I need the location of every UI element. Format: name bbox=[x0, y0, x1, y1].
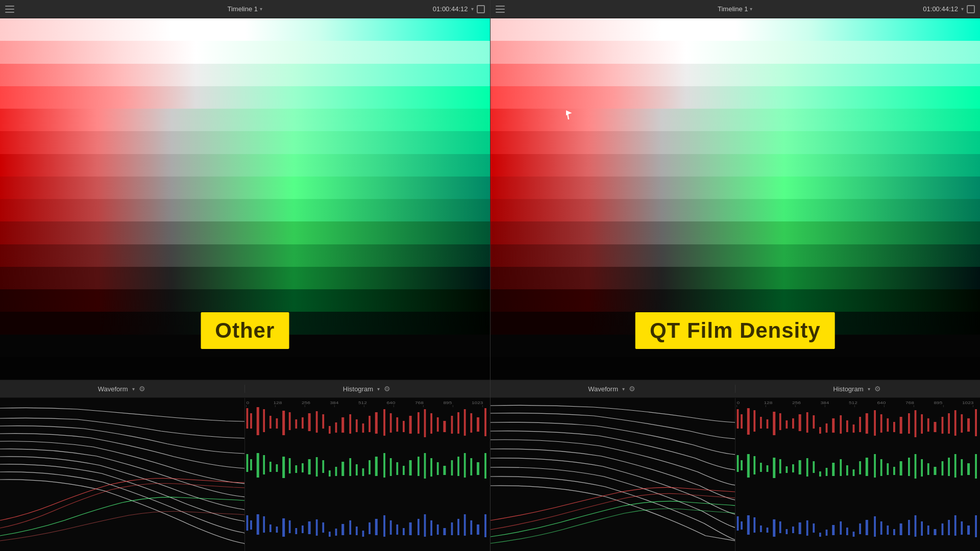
right-histogram-settings[interactable] bbox=[874, 385, 883, 393]
svg-rect-212 bbox=[921, 459, 923, 477]
svg-rect-77 bbox=[390, 458, 392, 476]
svg-rect-246 bbox=[899, 523, 902, 535]
svg-rect-237 bbox=[840, 521, 842, 535]
svg-rect-242 bbox=[874, 516, 876, 537]
svg-rect-243 bbox=[880, 521, 883, 535]
right-timecode-dropdown[interactable]: ▾ bbox=[961, 6, 964, 12]
svg-rect-111 bbox=[369, 522, 371, 534]
svg-text:768: 768 bbox=[415, 400, 424, 405]
left-waveform-dropdown[interactable]: ▾ bbox=[132, 386, 135, 392]
left-fullscreen-icon[interactable] bbox=[477, 5, 485, 13]
svg-rect-63 bbox=[296, 465, 298, 473]
svg-rect-93 bbox=[250, 520, 252, 530]
svg-rect-54 bbox=[484, 408, 486, 436]
svg-rect-81 bbox=[418, 457, 420, 476]
svg-rect-184 bbox=[737, 455, 739, 472]
svg-rect-91 bbox=[484, 453, 486, 479]
svg-rect-74 bbox=[369, 460, 371, 474]
right-fullscreen-icon[interactable] bbox=[967, 5, 975, 13]
svg-rect-176 bbox=[927, 418, 929, 432]
svg-rect-181 bbox=[961, 414, 963, 433]
left-timecode: 01:00:44:12 bbox=[433, 5, 468, 13]
right-timeline-dropdown[interactable]: ▾ bbox=[750, 6, 752, 12]
svg-rect-164 bbox=[846, 420, 848, 432]
right-label-text: QT Film Density bbox=[650, 318, 821, 342]
left-waveform-settings[interactable] bbox=[139, 385, 147, 393]
right-timeline-label[interactable]: Timeline 1 ▾ bbox=[718, 5, 752, 13]
svg-rect-163 bbox=[840, 415, 842, 434]
svg-rect-197 bbox=[819, 471, 821, 477]
svg-rect-40 bbox=[390, 413, 392, 433]
svg-rect-232 bbox=[806, 520, 808, 536]
svg-rect-186 bbox=[747, 454, 749, 478]
right-waveform-dropdown[interactable]: ▾ bbox=[622, 386, 625, 392]
right-waveform-label: Waveform bbox=[588, 385, 618, 393]
svg-rect-123 bbox=[451, 522, 453, 535]
right-waveform-settings[interactable] bbox=[629, 385, 637, 393]
right-waveform-scope bbox=[491, 398, 736, 551]
left-timeline-label[interactable]: Timeline 1 ▾ bbox=[228, 5, 262, 13]
left-timeline-dropdown[interactable]: ▾ bbox=[260, 6, 262, 12]
left-scopes-area: 0 128 256 384 512 640 768 895 1023 bbox=[0, 398, 490, 551]
left-timecode-dropdown[interactable]: ▾ bbox=[471, 6, 474, 12]
svg-rect-35 bbox=[356, 419, 358, 432]
svg-rect-157 bbox=[798, 414, 801, 431]
right-histogram-control[interactable]: Histogram ▾ bbox=[735, 385, 980, 393]
svg-rect-105 bbox=[329, 532, 331, 537]
svg-rect-29 bbox=[316, 411, 318, 433]
svg-text:895: 895 bbox=[934, 400, 942, 405]
right-menu-icon[interactable] bbox=[496, 6, 505, 13]
svg-rect-175 bbox=[921, 414, 923, 434]
svg-rect-75 bbox=[375, 457, 378, 476]
svg-rect-235 bbox=[825, 530, 827, 536]
svg-rect-202 bbox=[852, 469, 854, 476]
svg-rect-66 bbox=[316, 457, 318, 477]
svg-rect-180 bbox=[954, 410, 957, 436]
svg-rect-64 bbox=[302, 463, 304, 472]
left-histogram-settings[interactable] bbox=[384, 385, 392, 393]
svg-text:1023: 1023 bbox=[472, 400, 483, 405]
svg-rect-147 bbox=[737, 409, 739, 429]
svg-rect-224 bbox=[753, 517, 755, 533]
right-waveform-control[interactable]: Waveform ▾ bbox=[491, 385, 735, 393]
svg-rect-41 bbox=[397, 417, 399, 432]
svg-rect-39 bbox=[383, 409, 385, 436]
svg-rect-249 bbox=[921, 521, 923, 536]
svg-rect-120 bbox=[430, 520, 432, 536]
right-timeline-name: Timeline 1 bbox=[718, 5, 748, 13]
svg-rect-38 bbox=[375, 412, 378, 434]
svg-rect-82 bbox=[424, 453, 426, 479]
svg-rect-59 bbox=[270, 462, 272, 472]
left-menu-icon[interactable] bbox=[5, 6, 14, 13]
left-histogram-dropdown[interactable]: ▾ bbox=[377, 386, 380, 392]
left-top-bar: Timeline 1 ▾ 01:00:44:12 ▾ bbox=[0, 0, 490, 18]
svg-rect-152 bbox=[766, 419, 768, 429]
svg-rect-158 bbox=[806, 412, 808, 433]
svg-rect-244 bbox=[887, 525, 889, 535]
svg-rect-122 bbox=[444, 528, 446, 535]
svg-rect-240 bbox=[859, 523, 861, 534]
svg-rect-206 bbox=[880, 459, 883, 476]
svg-rect-19 bbox=[250, 413, 252, 429]
svg-rect-162 bbox=[832, 418, 835, 433]
svg-rect-168 bbox=[874, 410, 876, 436]
svg-rect-33 bbox=[341, 417, 344, 433]
svg-rect-250 bbox=[927, 525, 929, 535]
svg-rect-115 bbox=[397, 524, 399, 535]
svg-rect-61 bbox=[282, 457, 285, 478]
svg-rect-62 bbox=[289, 458, 291, 473]
svg-rect-44 bbox=[418, 412, 420, 434]
svg-text:128: 128 bbox=[764, 400, 772, 405]
left-waveform-control[interactable]: Waveform ▾ bbox=[0, 385, 244, 393]
svg-text:768: 768 bbox=[905, 400, 914, 405]
svg-rect-107 bbox=[341, 524, 344, 535]
left-histogram-control[interactable]: Histogram ▾ bbox=[244, 385, 489, 393]
right-histogram-dropdown[interactable]: ▾ bbox=[868, 386, 870, 392]
svg-rect-171 bbox=[893, 422, 895, 432]
svg-rect-51 bbox=[464, 409, 466, 436]
svg-rect-174 bbox=[914, 410, 916, 437]
svg-text:640: 640 bbox=[877, 400, 886, 405]
svg-rect-18 bbox=[247, 408, 249, 429]
svg-rect-151 bbox=[760, 417, 762, 429]
svg-rect-78 bbox=[397, 462, 399, 475]
